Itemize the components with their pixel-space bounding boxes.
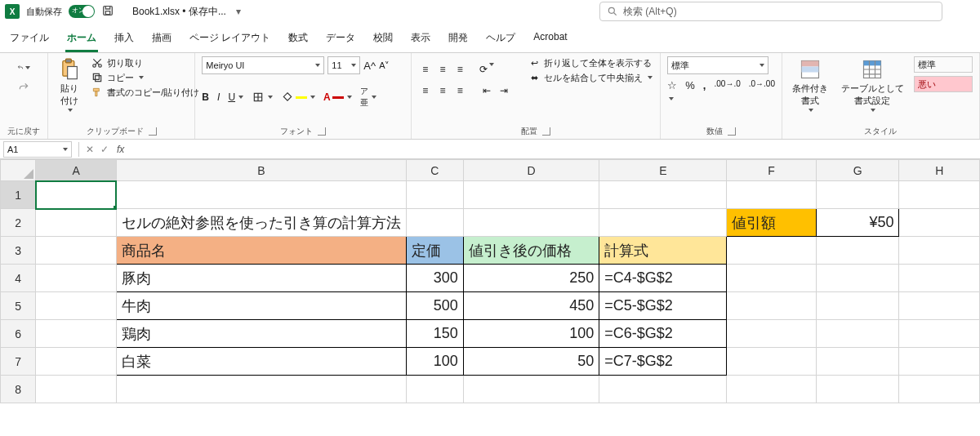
file-name[interactable]: Book1.xlsx • 保存中... [132,5,226,19]
align-top-button[interactable]: ≡ [418,63,433,76]
cell[interactable] [463,181,599,209]
cell-style-bad[interactable]: 悪い [914,76,973,92]
cell[interactable] [727,292,816,320]
cell[interactable] [36,376,117,403]
cell[interactable] [816,320,899,348]
cell[interactable] [463,376,599,403]
cell[interactable] [36,320,117,348]
cell[interactable] [727,376,816,403]
align-right-button[interactable]: ≡ [452,84,467,97]
cell[interactable] [899,292,980,320]
phonetic-button[interactable]: ア亜 [360,86,376,109]
cell[interactable]: 450 [463,292,599,320]
cell[interactable]: =C5-$G$2 [599,292,727,320]
orientation-button[interactable]: ⟳ [479,63,494,76]
cell[interactable]: セルの絶対参照を使った引き算の計算方法 [116,209,406,237]
cell[interactable] [816,237,899,265]
percent-format-button[interactable]: % [685,79,695,104]
redo-button[interactable] [17,81,30,94]
select-all-corner[interactable] [1,160,36,181]
cell[interactable] [899,181,980,209]
row-header[interactable]: 2 [1,209,36,237]
column-header[interactable]: B [116,160,406,181]
column-header[interactable]: F [727,160,816,181]
align-center-button[interactable]: ≡ [435,84,450,97]
cell[interactable] [816,181,899,209]
cell[interactable] [727,237,816,265]
cell[interactable] [727,320,816,348]
undo-button[interactable] [17,61,30,74]
increase-decimal-button[interactable]: .00→.0 [714,79,740,104]
cell[interactable] [36,348,117,376]
column-header[interactable]: A [36,160,117,181]
cell[interactable] [727,348,816,376]
tab-view[interactable]: 表示 [409,28,432,52]
column-header[interactable]: C [406,160,463,181]
cell[interactable] [36,237,117,265]
filename-dropdown-icon[interactable]: ▾ [236,6,241,17]
cell[interactable] [899,209,980,237]
autosave-toggle[interactable]: オン [69,5,95,18]
align-bottom-button[interactable]: ≡ [452,63,467,76]
tab-draw[interactable]: 描画 [150,28,173,52]
cell[interactable]: =C6-$G$2 [599,320,727,348]
cell[interactable] [899,320,980,348]
decrease-font-button[interactable]: A˅ [379,60,390,71]
name-box[interactable]: A1 [3,141,72,158]
row-header[interactable]: 1 [1,181,36,209]
comma-format-button[interactable]: , [703,79,706,104]
row-header[interactable]: 4 [1,265,36,292]
number-format-select[interactable]: 標準 [667,56,768,74]
tab-insert[interactable]: 挿入 [113,28,136,52]
increase-font-button[interactable]: A^ [363,60,376,72]
row-header[interactable]: 6 [1,320,36,348]
cell[interactable] [36,292,117,320]
cell[interactable] [406,181,463,209]
borders-button[interactable] [252,91,273,104]
cell[interactable] [406,376,463,403]
cell[interactable] [816,265,899,292]
merge-center-button[interactable]: ⬌セルを結合して中央揃え [528,71,653,84]
font-launcher[interactable] [318,127,326,136]
accounting-format-button[interactable]: ☆ [667,79,677,104]
clipboard-launcher[interactable] [149,127,157,136]
cell[interactable]: 計算式 [599,237,727,265]
tab-review[interactable]: 校閲 [372,28,394,52]
row-header[interactable]: 7 [1,348,36,376]
decrease-indent-button[interactable]: ⇤ [479,84,494,97]
column-header[interactable]: H [899,160,980,181]
column-header[interactable]: D [463,160,599,181]
save-icon[interactable] [101,4,114,20]
align-middle-button[interactable]: ≡ [435,63,450,76]
cell[interactable]: 定価 [406,237,463,265]
search-input[interactable]: 検索 (Alt+Q) [599,2,942,21]
cell[interactable]: 500 [406,292,463,320]
cut-button[interactable]: 切り取り [91,56,199,69]
cell[interactable]: 豚肉 [116,265,406,292]
cancel-formula-button[interactable]: ✕ [82,144,97,155]
cell[interactable] [816,348,899,376]
cell[interactable] [899,237,980,265]
format-painter-button[interactable]: 書式のコピー/貼り付け [91,86,199,99]
font-size-select[interactable]: 11 [327,56,360,74]
cell[interactable]: 牛肉 [116,292,406,320]
cell[interactable] [899,376,980,403]
formula-input[interactable] [129,141,980,158]
cell[interactable] [116,376,406,403]
tab-layout[interactable]: ページ レイアウト [188,28,272,52]
wrap-text-button[interactable]: ↩折り返して全体を表示する [528,56,653,69]
cell[interactable] [899,348,980,376]
cell[interactable]: 値引額 [727,209,816,237]
font-color-button[interactable]: A [323,91,352,103]
cell[interactable] [599,376,727,403]
row-header[interactable]: 8 [1,376,36,403]
cell[interactable]: 300 [406,265,463,292]
font-name-select[interactable]: Meiryo UI [202,56,324,74]
cell[interactable] [406,209,463,237]
cell[interactable]: 50 [463,348,599,376]
cell[interactable] [816,376,899,403]
cell[interactable]: 鶏肉 [116,320,406,348]
tab-dev[interactable]: 開発 [447,28,470,52]
fx-icon[interactable]: fx [112,144,129,155]
tab-acrobat[interactable]: Acrobat [532,28,568,52]
